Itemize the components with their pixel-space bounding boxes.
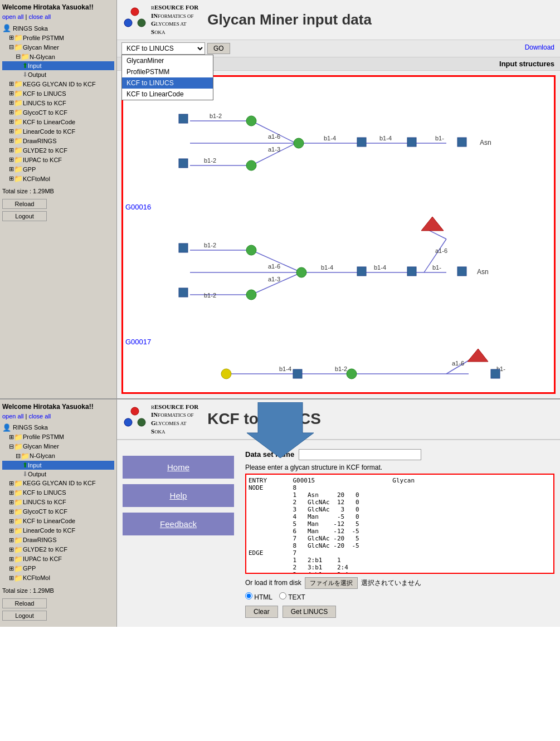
sidebar-item-gpp-bottom[interactable]: ⊞ 📁 GPP <box>2 564 114 573</box>
sidebar-item-kcf-linucs[interactable]: ⊞ 📁 KCF to LINUCS <box>2 89 114 98</box>
svg-text:Asn: Asn <box>477 268 489 276</box>
sidebar-item-linearcode-kcf[interactable]: ⊞ 📁 LinearCode to KCF <box>2 126 114 136</box>
sidebar-item-linearcode-kcf-bottom[interactable]: ⊞ 📁 LinearCode to KCF <box>2 526 114 535</box>
glycan-svg-g00017: b1-4 b1-2 a1-6 b1- <box>123 346 547 391</box>
help-link[interactable]: Help <box>170 491 187 500</box>
file-chooser-button[interactable]: ファイルを選択 <box>305 577 358 589</box>
svg-point-46 <box>246 245 256 255</box>
sidebar-item-profile-pstmm[interactable]: ⊞ 📁 Profile PSTMM <box>2 33 114 42</box>
sidebar-item-glyde2-kcf-bottom[interactable]: ⊞ 📁 GLYDE2 to KCF <box>2 545 114 554</box>
reload-button[interactable]: Reload <box>2 199 47 209</box>
sidebar-item-glycoct-kcf-bottom[interactable]: ⊞ 📁 GlycoCT to KCF <box>2 507 114 516</box>
folder-icon: 📁 <box>14 536 23 544</box>
folder-icon: 📁 <box>21 52 30 61</box>
svg-point-0 <box>131 8 139 16</box>
kcf-main-content: RESOURCE FOR INFORMATICS OF GLYCOMES AT … <box>117 399 560 627</box>
glycan-link-g00016[interactable]: G00016 <box>125 203 554 211</box>
html-radio[interactable] <box>245 592 252 599</box>
sidebar-item-n-glycan-bottom[interactable]: ⊟ 📁 N-Glycan <box>2 451 114 461</box>
file-load-row: Or load it from disk ファイルを選択 選択されていません <box>245 577 554 589</box>
svg-rect-16 <box>179 114 188 123</box>
sidebar-item-drawrings[interactable]: ⊞ 📁 DrawRINGS <box>2 136 114 145</box>
text-radio[interactable] <box>279 592 286 599</box>
sidebar-item-output[interactable]: ⬇ Output <box>2 70 114 79</box>
svg-text:b1-2: b1-2 <box>204 292 216 299</box>
sidebar-item-rings-soka-bottom[interactable]: 👤 RINGS Soka <box>2 423 114 432</box>
feedback-button[interactable]: Feedback <box>123 513 234 535</box>
help-button[interactable]: Help <box>123 484 234 507</box>
no-file-label: 選択されていません <box>361 578 421 588</box>
svg-point-22 <box>246 160 256 170</box>
glycan-link-g00017[interactable]: G00017 <box>125 338 554 346</box>
svg-text:a1-6: a1-6 <box>435 247 447 254</box>
sidebar-item-kcftomol-bottom[interactable]: ⊞ 📁 KCFtoMol <box>2 573 114 583</box>
menu-item-kcf-linucs[interactable]: KCF to LINUCS <box>122 77 213 89</box>
close-all-link[interactable]: close all <box>29 13 51 20</box>
sidebar-item-kegg-bottom[interactable]: ⊞ 📁 KEGG GLYCAN ID to KCF <box>2 479 114 488</box>
svg-text:a1-6: a1-6 <box>268 263 280 270</box>
logo-icon-bottom <box>123 407 148 432</box>
open-close-controls[interactable]: open all | close all <box>2 13 114 20</box>
go-button[interactable]: GO <box>207 43 230 54</box>
sidebar-item-kcf-linearcode-bottom[interactable]: ⊞ 📁 KCF to LinearCode <box>2 516 114 526</box>
html-radio-label[interactable]: HTML <box>245 592 272 601</box>
close-all-link-bottom[interactable]: close all <box>29 413 51 420</box>
sidebar-item-linucs-kcf-bottom[interactable]: ⊞ 📁 LINUCS to KCF <box>2 498 114 507</box>
svg-rect-44 <box>407 267 416 276</box>
kcf-textarea[interactable] <box>246 475 553 573</box>
output-icon: ⬇ <box>22 71 28 79</box>
svg-text:b1-: b1- <box>432 264 441 271</box>
download-link[interactable]: Download <box>525 43 554 51</box>
reload-button-bottom[interactable]: Reload <box>2 598 47 608</box>
text-radio-label[interactable]: TEXT <box>279 592 305 601</box>
sidebar-item-kcf-linucs-bottom[interactable]: ⊞ 📁 KCF to LINUCS <box>2 488 114 498</box>
sidebar-item-kcftomol[interactable]: ⊞ 📁 KCFtoMol <box>2 174 114 183</box>
open-close-controls-bottom[interactable]: open all | close all <box>2 413 114 420</box>
menu-item-glycanminer[interactable]: GlycanMiner <box>122 55 213 66</box>
sidebar-item-drawrings-bottom[interactable]: ⊞ 📁 DrawRINGS <box>2 535 114 545</box>
folder-icon: 📁 <box>14 442 23 451</box>
header-bar: RESOURCE FOR INFORMATICS OF GLYCOMES AT … <box>117 0 560 40</box>
folder-icon: 📁 <box>14 517 23 525</box>
sidebar-item-linucs-kcf[interactable]: ⊞ 📁 LINUCS to KCF <box>2 98 114 108</box>
sidebar-item-glycan-miner[interactable]: ⊟ 📁 Glycan Miner <box>2 42 114 52</box>
sidebar-item-iupac-kcf[interactable]: ⊞ 📁 IUPAC to KCF <box>2 155 114 164</box>
logout-button-bottom[interactable]: Logout <box>2 611 47 621</box>
svg-text:a1-3: a1-3 <box>268 146 280 153</box>
dropdown-bar: GlycanMiner ProfilePSTMM KCF to LINUCS K… <box>117 40 560 57</box>
sidebar-item-gpp[interactable]: ⊞ 📁 GPP <box>2 164 114 174</box>
svg-point-21 <box>246 116 256 126</box>
sidebar-item-input[interactable]: ⬆ Input <box>2 61 114 70</box>
logout-button[interactable]: Logout <box>2 211 47 221</box>
dataset-name-input[interactable] <box>299 449 421 460</box>
sidebar-item-rings-soka[interactable]: 👤 RINGS Soka <box>2 23 114 33</box>
home-link[interactable]: Home <box>167 462 189 472</box>
dropdown-menu[interactable]: GlycanMiner ProfilePSTMM KCF to LINUCS K… <box>121 55 213 100</box>
sidebar-item-glyde2-kcf[interactable]: ⊞ 📁 GLYDE2 to KCF <box>2 145 114 155</box>
sidebar-item-input-bottom[interactable]: ⬆ Input <box>2 461 114 470</box>
feedback-link[interactable]: Feedback <box>160 519 197 529</box>
sidebar-item-glycan-miner-bottom[interactable]: ⊟ 📁 Glycan Miner <box>2 442 114 451</box>
sidebar-item-output-bottom[interactable]: ⬇ Output <box>2 470 114 479</box>
sidebar-item-iupac-kcf-bottom[interactable]: ⊞ 📁 IUPAC to KCF <box>2 554 114 564</box>
open-all-link[interactable]: open all <box>2 13 24 20</box>
menu-item-kcf-linearcode[interactable]: KCF to LinearCode <box>122 89 213 100</box>
tool-select[interactable]: GlycanMiner ProfilePSTMM KCF to LINUCS K… <box>121 42 205 55</box>
sidebar-item-profile-pstmm-bottom[interactable]: ⊞ 📁 Profile PSTMM <box>2 432 114 442</box>
glycan-display: G00015 b1-2 b1-2 <box>121 75 556 394</box>
sidebar-item-kegg[interactable]: ⊞ 📁 KEGG GLYCAN ID to KCF <box>2 79 114 89</box>
open-all-link-bottom[interactable]: open all <box>2 413 24 420</box>
svg-text:b1-2: b1-2 <box>204 157 216 164</box>
home-button[interactable]: Home <box>123 456 234 479</box>
clear-button[interactable]: Clear <box>245 606 278 618</box>
svg-point-56 <box>221 369 231 379</box>
logo-text: RESOURCE FOR INFORMATICS OF GLYCOMES AT … <box>151 3 198 36</box>
sidebar-item-kcf-linearcode[interactable]: ⊞ 📁 KCF to LinearCode <box>2 117 114 126</box>
svg-rect-45 <box>457 267 466 276</box>
get-linucs-button[interactable]: Get LINUCS <box>283 606 337 618</box>
svg-marker-40 <box>421 217 444 231</box>
logo-icon <box>123 7 148 32</box>
menu-item-profilepstmm[interactable]: ProfilePSTMM <box>122 66 213 77</box>
sidebar-item-glycoct-kcf[interactable]: ⊞ 📁 GlycoCT to KCF <box>2 108 114 117</box>
sidebar-item-n-glycan[interactable]: ⊟ 📁 N-Glycan <box>2 52 114 61</box>
